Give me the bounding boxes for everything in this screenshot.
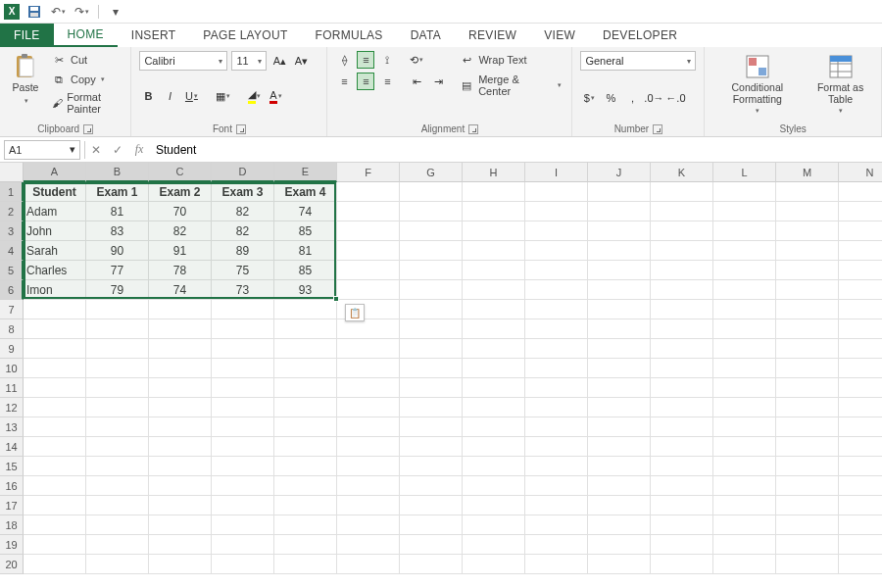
cell-M16[interactable] — [776, 476, 839, 496]
cell-F3[interactable] — [337, 221, 400, 241]
cell-I12[interactable] — [525, 398, 588, 417]
row-header-2[interactable]: 2 — [0, 202, 24, 221]
customize-qat-button[interactable]: ▾ — [107, 3, 124, 21]
cell-K15[interactable] — [651, 457, 713, 476]
cell-C3[interactable]: 82 — [149, 221, 212, 241]
tab-developer[interactable]: DEVELOPER — [589, 24, 691, 47]
fill-handle[interactable] — [333, 296, 339, 302]
cell-K3[interactable] — [651, 221, 713, 241]
cell-B9[interactable] — [86, 339, 149, 359]
cell-M2[interactable] — [776, 202, 839, 221]
cell-L4[interactable] — [713, 241, 776, 261]
cell-L7[interactable] — [713, 300, 776, 319]
redo-button[interactable]: ↷▾ — [73, 3, 90, 21]
column-header-L[interactable]: L — [713, 163, 776, 182]
cell-I3[interactable] — [525, 221, 588, 241]
row-header-4[interactable]: 4 — [0, 241, 24, 261]
cell-H13[interactable] — [463, 417, 525, 437]
cell-A20[interactable] — [24, 555, 86, 574]
cell-A2[interactable]: Adam — [24, 202, 86, 221]
cell-G1[interactable] — [400, 182, 463, 202]
paste-options-button[interactable]: 📋 — [345, 304, 365, 321]
cell-D12[interactable] — [212, 398, 274, 417]
row-header-9[interactable]: 9 — [0, 339, 24, 359]
copy-button[interactable]: ⧉Copy ▾ — [49, 71, 122, 88]
cell-H9[interactable] — [463, 339, 525, 359]
cell-L11[interactable] — [713, 378, 776, 398]
font-size-dropdown[interactable]: 11▾ — [231, 51, 267, 71]
cell-N8[interactable] — [839, 319, 882, 339]
wrap-text-button[interactable]: ↩Wrap Text — [457, 51, 564, 69]
cell-G10[interactable] — [400, 359, 463, 378]
cell-J15[interactable] — [588, 457, 651, 476]
cell-H4[interactable] — [463, 241, 525, 261]
cell-J16[interactable] — [588, 476, 651, 496]
cell-G6[interactable] — [400, 280, 463, 300]
cell-I6[interactable] — [525, 280, 588, 300]
cell-F9[interactable] — [337, 339, 400, 359]
cell-C2[interactable]: 70 — [149, 202, 212, 221]
cell-M17[interactable] — [776, 496, 839, 515]
cell-H5[interactable] — [463, 261, 525, 280]
cell-G5[interactable] — [400, 261, 463, 280]
cell-B20[interactable] — [86, 555, 149, 574]
cell-D5[interactable]: 75 — [212, 261, 274, 280]
cell-E7[interactable] — [274, 300, 337, 319]
cell-M10[interactable] — [776, 359, 839, 378]
cell-A18[interactable] — [24, 515, 86, 535]
format-painter-button[interactable]: 🖌Format Painter — [49, 90, 122, 116]
cell-M14[interactable] — [776, 437, 839, 457]
row-header-17[interactable]: 17 — [0, 496, 24, 515]
cell-J5[interactable] — [588, 261, 651, 280]
cell-M12[interactable] — [776, 398, 839, 417]
cell-L13[interactable] — [713, 417, 776, 437]
cell-H18[interactable] — [463, 515, 525, 535]
cell-L8[interactable] — [713, 319, 776, 339]
font-color-button[interactable]: A▾ — [267, 87, 284, 105]
cell-J4[interactable] — [588, 241, 651, 261]
cell-M7[interactable] — [776, 300, 839, 319]
cell-H17[interactable] — [463, 496, 525, 515]
cell-L20[interactable] — [713, 555, 776, 574]
cell-K10[interactable] — [651, 359, 713, 378]
cell-L19[interactable] — [713, 535, 776, 555]
cell-I8[interactable] — [525, 319, 588, 339]
cell-N13[interactable] — [839, 417, 882, 437]
cell-J8[interactable] — [588, 319, 651, 339]
column-header-B[interactable]: B — [86, 163, 149, 182]
cell-I5[interactable] — [525, 261, 588, 280]
cell-A6[interactable]: Imon — [24, 280, 86, 300]
cell-M6[interactable] — [776, 280, 839, 300]
borders-button[interactable]: ▦▾ — [214, 87, 231, 105]
cell-D11[interactable] — [212, 378, 274, 398]
cell-K7[interactable] — [651, 300, 713, 319]
cell-C17[interactable] — [149, 496, 212, 515]
cell-L18[interactable] — [713, 515, 776, 535]
cell-E8[interactable] — [274, 319, 337, 339]
cell-K13[interactable] — [651, 417, 713, 437]
align-center-button[interactable]: ≡ — [357, 73, 374, 90]
column-header-F[interactable]: F — [337, 163, 400, 182]
cell-H14[interactable] — [463, 437, 525, 457]
cell-C7[interactable] — [149, 300, 212, 319]
cell-B14[interactable] — [86, 437, 149, 457]
cell-J3[interactable] — [588, 221, 651, 241]
cell-I18[interactable] — [525, 515, 588, 535]
cell-C5[interactable]: 78 — [149, 261, 212, 280]
cell-G11[interactable] — [400, 378, 463, 398]
cell-E13[interactable] — [274, 417, 337, 437]
cell-K11[interactable] — [651, 378, 713, 398]
cells-area[interactable]: StudentExam 1Exam 2Exam 3Exam 4Adam81708… — [24, 182, 882, 574]
cell-C18[interactable] — [149, 515, 212, 535]
cell-J20[interactable] — [588, 555, 651, 574]
cell-L15[interactable] — [713, 457, 776, 476]
cell-C20[interactable] — [149, 555, 212, 574]
select-all-corner[interactable] — [0, 163, 24, 182]
font-name-dropdown[interactable]: Calibri▾ — [139, 51, 227, 71]
row-header-16[interactable]: 16 — [0, 476, 24, 496]
cell-C13[interactable] — [149, 417, 212, 437]
increase-indent-button[interactable]: ⇥ — [429, 73, 447, 90]
cell-A3[interactable]: John — [24, 221, 86, 241]
column-header-D[interactable]: D — [212, 163, 274, 182]
cell-N15[interactable] — [839, 457, 882, 476]
